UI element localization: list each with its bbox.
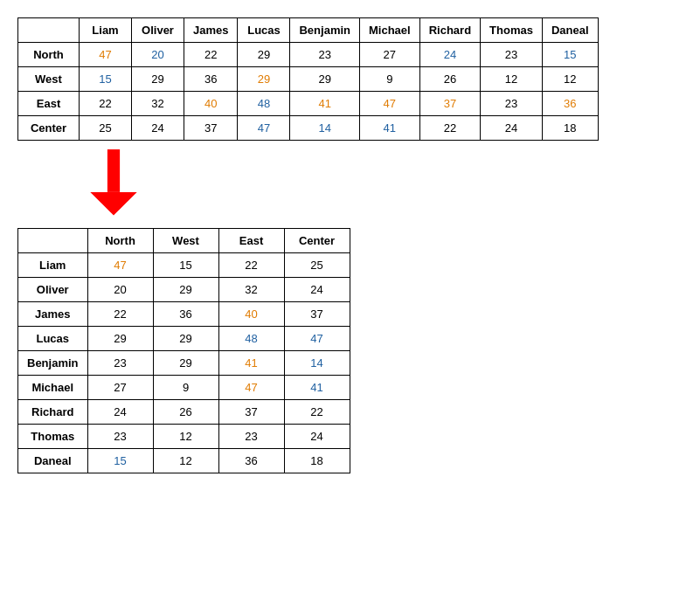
bottom-cell-7-0: 23 — [87, 425, 153, 449]
top-header-oliver: Oliver — [132, 18, 184, 43]
top-cell-1-1: 29 — [132, 67, 184, 92]
bottom-header-west: West — [153, 229, 218, 253]
top-cell-1-0: 15 — [80, 67, 132, 92]
bottom-row-label-james: James — [18, 302, 88, 327]
top-cell-2-5: 47 — [360, 92, 420, 116]
top-cell-0-4: 23 — [290, 43, 360, 67]
top-header-liam: Liam — [80, 18, 132, 43]
bottom-cell-1-0: 20 — [87, 278, 153, 302]
bottom-table: NorthWestEastCenter Liam47152225Oliver20… — [17, 228, 350, 473]
bottom-cell-6-3: 22 — [284, 400, 350, 425]
bottom-cell-0-1: 15 — [153, 253, 218, 278]
bottom-table-row: Liam47152225 — [18, 253, 350, 278]
arrow-container — [17, 149, 683, 219]
top-cell-3-4: 14 — [290, 116, 360, 141]
bottom-header-east: East — [218, 229, 284, 253]
top-table-row: North472022292327242315 — [18, 43, 599, 67]
bottom-row-label-benjamin: Benjamin — [18, 351, 88, 376]
top-cell-2-3: 48 — [238, 92, 290, 116]
bottom-cell-5-2: 47 — [218, 376, 284, 400]
top-header-benjamin: Benjamin — [290, 18, 360, 43]
top-cell-2-1: 32 — [132, 92, 184, 116]
top-row-label-center: Center — [18, 116, 80, 141]
top-table-wrapper: LiamOliverJamesLucasBenjaminMichaelRicha… — [17, 17, 683, 141]
top-cell-1-4: 29 — [290, 67, 360, 92]
bottom-row-label-michael: Michael — [18, 376, 88, 400]
top-cell-0-7: 23 — [481, 43, 543, 67]
top-table: LiamOliverJamesLucasBenjaminMichaelRicha… — [17, 17, 599, 141]
top-table-row: West15293629299261212 — [18, 67, 599, 92]
bottom-row-label-liam: Liam — [18, 253, 88, 278]
bottom-cell-8-0: 15 — [87, 449, 153, 473]
top-cell-0-3: 29 — [238, 43, 290, 67]
top-header-james: James — [184, 18, 238, 43]
top-row-label-west: West — [18, 67, 80, 92]
bottom-table-row: Benjamin23294114 — [18, 351, 350, 376]
bottom-cell-4-3: 14 — [284, 351, 350, 376]
bottom-cell-1-2: 32 — [218, 278, 284, 302]
bottom-cell-2-2: 40 — [218, 302, 284, 327]
bottom-table-row: Lucas29294847 — [18, 327, 350, 351]
bottom-table-row: Oliver20293224 — [18, 278, 350, 302]
top-header-daneal: Daneal — [542, 18, 598, 43]
top-cell-2-7: 23 — [481, 92, 543, 116]
bottom-cell-8-2: 36 — [218, 449, 284, 473]
bottom-cell-0-2: 22 — [218, 253, 284, 278]
top-row-label-east: East — [18, 92, 80, 116]
bottom-row-label-daneal: Daneal — [18, 449, 88, 473]
bottom-cell-4-0: 23 — [87, 351, 153, 376]
top-cell-0-8: 15 — [542, 43, 598, 67]
top-cell-0-6: 24 — [419, 43, 480, 67]
top-cell-1-8: 12 — [542, 67, 598, 92]
bottom-table-row: Daneal15123618 — [18, 449, 350, 473]
bottom-header-north: North — [87, 229, 153, 253]
top-cell-1-2: 36 — [184, 67, 238, 92]
bottom-row-label-thomas: Thomas — [18, 425, 88, 449]
bottom-cell-5-0: 27 — [87, 376, 153, 400]
bottom-cell-3-1: 29 — [153, 327, 218, 351]
down-arrow-icon — [87, 149, 140, 219]
top-cell-2-0: 22 — [80, 92, 132, 116]
top-header-michael: Michael — [360, 18, 420, 43]
bottom-cell-4-2: 41 — [218, 351, 284, 376]
svg-marker-1 — [90, 192, 136, 216]
top-cell-2-4: 41 — [290, 92, 360, 116]
top-cell-1-7: 12 — [481, 67, 543, 92]
svg-rect-0 — [107, 149, 120, 192]
top-cell-0-0: 47 — [80, 43, 132, 67]
bottom-cell-8-3: 18 — [284, 449, 350, 473]
bottom-row-label-lucas: Lucas — [18, 327, 88, 351]
bottom-cell-0-3: 25 — [284, 253, 350, 278]
top-cell-3-6: 22 — [419, 116, 480, 141]
top-header-richard: Richard — [419, 18, 480, 43]
top-cell-1-5: 9 — [360, 67, 420, 92]
top-cell-3-0: 25 — [80, 116, 132, 141]
bottom-header-empty — [18, 229, 88, 253]
bottom-cell-3-3: 47 — [284, 327, 350, 351]
bottom-table-row: Thomas23122324 — [18, 425, 350, 449]
top-cell-0-2: 22 — [184, 43, 238, 67]
bottom-cell-3-2: 48 — [218, 327, 284, 351]
bottom-cell-8-1: 12 — [153, 449, 218, 473]
top-cell-3-5: 41 — [360, 116, 420, 141]
top-table-row: Center252437471441222418 — [18, 116, 599, 141]
top-header-lucas: Lucas — [238, 18, 290, 43]
bottom-table-row: Richard24263722 — [18, 400, 350, 425]
bottom-cell-7-3: 24 — [284, 425, 350, 449]
bottom-cell-0-0: 47 — [87, 253, 153, 278]
top-cell-0-5: 27 — [360, 43, 420, 67]
bottom-cell-5-3: 41 — [284, 376, 350, 400]
bottom-cell-5-1: 9 — [153, 376, 218, 400]
top-row-label-north: North — [18, 43, 80, 67]
bottom-cell-1-1: 29 — [153, 278, 218, 302]
top-cell-2-2: 40 — [184, 92, 238, 116]
top-cell-3-3: 47 — [238, 116, 290, 141]
top-cell-1-6: 26 — [419, 67, 480, 92]
bottom-cell-7-1: 12 — [153, 425, 218, 449]
bottom-cell-2-1: 36 — [153, 302, 218, 327]
bottom-cell-2-3: 37 — [284, 302, 350, 327]
top-header-empty — [18, 18, 80, 43]
top-table-row: East223240484147372336 — [18, 92, 599, 116]
bottom-cell-6-1: 26 — [153, 400, 218, 425]
bottom-cell-1-3: 24 — [284, 278, 350, 302]
